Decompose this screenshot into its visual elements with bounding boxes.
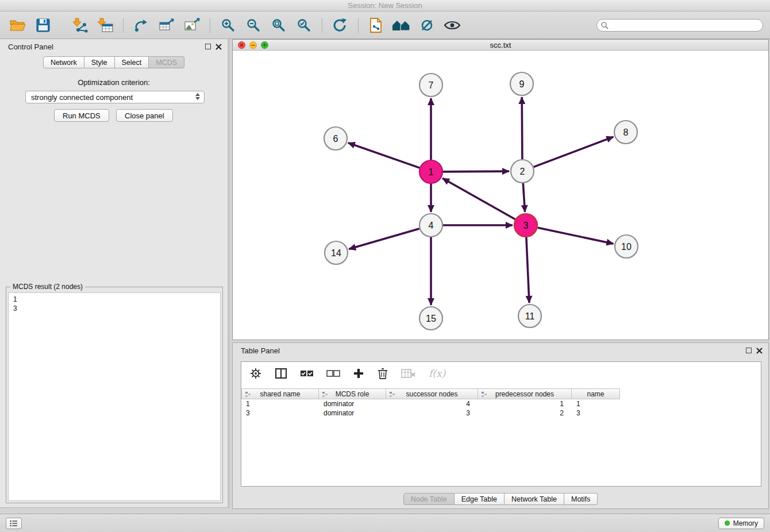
tab-style[interactable]: Style — [84, 56, 115, 68]
graph-node-6[interactable]: 6 — [324, 127, 347, 150]
graph-edge-1-6[interactable] — [348, 143, 420, 168]
zoom-out-button[interactable] — [242, 14, 264, 36]
tab-mcds[interactable]: MCDS — [149, 56, 184, 68]
tab-select[interactable]: Select — [115, 56, 149, 68]
table-header-row: shared name MCDS role successor nodes pr… — [241, 388, 761, 399]
window-titlebar: Session: New Session — [0, 0, 770, 11]
apply-style-button[interactable] — [416, 14, 438, 36]
cell-predecessor-nodes[interactable]: 2 — [478, 409, 572, 417]
graph-edge-2-3[interactable] — [523, 183, 525, 212]
cell-mcds-role[interactable]: dominator — [319, 400, 386, 408]
graph-edge-3-11[interactable] — [526, 237, 529, 303]
cell-name[interactable]: 1 — [572, 400, 620, 408]
graph-edge-3-10[interactable] — [538, 228, 614, 244]
table-settings-button[interactable] — [249, 367, 262, 380]
graph-node-9[interactable]: 9 — [510, 72, 533, 95]
graph-edge-2-8[interactable] — [534, 137, 614, 167]
graph-node-10[interactable]: 10 — [615, 235, 638, 258]
graph-node-14[interactable]: 14 — [325, 241, 348, 264]
table-row[interactable]: 3 dominator 3 2 3 — [241, 408, 761, 418]
show-columns-button[interactable] — [275, 368, 287, 379]
network-canvas[interactable]: 7968124314101511 — [233, 51, 768, 340]
cell-successor-nodes[interactable]: 4 — [386, 400, 478, 408]
control-panel-title: Control Panel — [8, 43, 53, 51]
delete-table-button[interactable] — [401, 368, 416, 379]
graph-node-1[interactable]: 1 — [419, 160, 442, 183]
graph-edge-4-14[interactable] — [349, 229, 419, 249]
save-session-button[interactable] — [32, 14, 54, 36]
close-panel-icon[interactable] — [215, 44, 222, 50]
graph-edge-2-9[interactable] — [522, 97, 522, 159]
graph-node-label: 6 — [333, 134, 338, 144]
graph-node-3[interactable]: 3 — [514, 214, 537, 237]
graph-edge-1-2[interactable] — [443, 171, 509, 172]
zoom-selected-button[interactable] — [293, 14, 315, 36]
zoom-out-icon — [246, 18, 261, 33]
column-header-mcds-role[interactable]: MCDS role — [319, 388, 386, 399]
graph-node-8[interactable]: 8 — [614, 121, 637, 144]
column-label: shared name — [260, 390, 300, 398]
column-header-name[interactable]: name — [572, 388, 620, 399]
graph-edge-3-1[interactable] — [442, 178, 515, 219]
memory-button[interactable]: Memory — [718, 518, 764, 529]
plus-icon — [353, 368, 364, 379]
delete-column-button[interactable] — [377, 367, 388, 380]
float-panel-icon[interactable] — [205, 44, 211, 49]
float-panel-icon[interactable] — [746, 348, 752, 353]
checked-boxes-icon — [300, 368, 314, 379]
minimize-icon — [251, 45, 255, 46]
graph-node-2[interactable]: 2 — [511, 160, 534, 183]
tab-node-table[interactable]: Node Table — [403, 493, 455, 505]
task-history-button[interactable] — [6, 518, 22, 529]
function-builder-button[interactable]: f(x) — [429, 368, 445, 379]
import-network-button[interactable] — [69, 14, 91, 36]
graph-node-label: 4 — [429, 221, 434, 230]
window-close-button[interactable] — [238, 41, 245, 49]
graph-node-4[interactable]: 4 — [419, 214, 442, 237]
import-styles-button[interactable] — [365, 14, 387, 36]
graph-node-15[interactable]: 15 — [419, 307, 442, 330]
import-table-button[interactable] — [94, 14, 116, 36]
import-table-icon — [97, 17, 114, 33]
column-header-shared-name[interactable]: shared name — [241, 388, 319, 399]
table-row[interactable]: 1 dominator 4 1 1 — [241, 399, 761, 408]
column-header-successor-nodes[interactable]: successor nodes — [386, 388, 478, 399]
graph-node-7[interactable]: 7 — [419, 74, 442, 97]
close-panel-button[interactable]: Close panel — [116, 109, 173, 122]
add-column-button[interactable] — [353, 368, 364, 379]
cell-shared-name[interactable]: 3 — [241, 409, 319, 417]
refresh-button[interactable] — [329, 14, 351, 36]
network-graph[interactable]: 7968124314101511 — [233, 51, 768, 340]
search-input[interactable] — [596, 19, 763, 32]
deselect-all-button[interactable] — [326, 368, 340, 379]
tab-motifs[interactable]: Motifs — [564, 493, 598, 505]
import-network-icon — [71, 17, 88, 33]
column-header-predecessor-nodes[interactable]: predecessor nodes — [478, 388, 572, 399]
select-all-button[interactable] — [300, 368, 314, 379]
tab-network[interactable]: Network — [43, 56, 84, 68]
tab-network-table[interactable]: Network Table — [505, 493, 564, 505]
cell-mcds-role[interactable]: dominator — [319, 409, 386, 417]
graph-node-11[interactable]: 11 — [518, 304, 541, 327]
tab-edge-table[interactable]: Edge Table — [455, 493, 505, 505]
window-maximize-button[interactable] — [261, 41, 268, 49]
new-network-button[interactable] — [130, 14, 152, 36]
cell-predecessor-nodes[interactable]: 1 — [478, 400, 572, 408]
cell-shared-name[interactable]: 1 — [241, 400, 319, 408]
criterion-select[interactable]: strongly connected component — [25, 91, 205, 103]
control-panel: Control Panel Network Style Select MCDS … — [0, 39, 230, 508]
show-hide-button[interactable] — [441, 14, 463, 36]
mcds-result-textarea[interactable]: 1 3 — [8, 292, 221, 501]
cell-successor-nodes[interactable]: 3 — [386, 409, 478, 417]
export-image-button[interactable] — [181, 14, 203, 36]
export-table-button[interactable] — [156, 14, 178, 36]
open-session-button[interactable] — [7, 14, 29, 36]
zoom-in-button[interactable] — [217, 14, 239, 36]
run-mcds-button[interactable]: Run MCDS — [54, 109, 109, 122]
cell-name[interactable]: 3 — [572, 409, 620, 417]
close-panel-icon[interactable] — [756, 348, 763, 354]
home-layouts-button[interactable] — [391, 14, 413, 36]
window-minimize-button[interactable] — [249, 41, 257, 49]
zoom-fit-button[interactable] — [268, 14, 290, 36]
column-label: MCDS role — [336, 390, 369, 398]
